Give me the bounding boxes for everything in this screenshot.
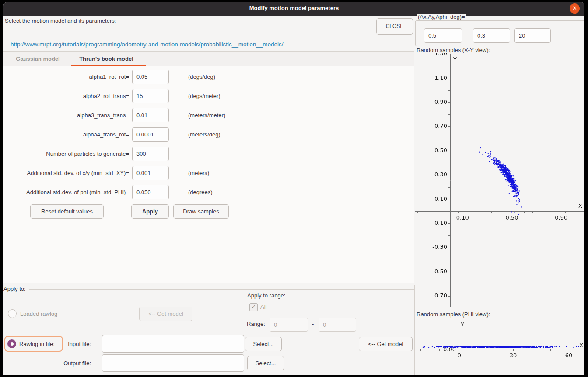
alpha1-input[interactable] xyxy=(132,70,169,84)
instruction-label: Select the motion model and its paramete… xyxy=(5,17,116,24)
chart-separator xyxy=(415,310,584,310)
phi-scatter-canvas xyxy=(415,318,584,375)
all-checkbox-label: All xyxy=(260,304,266,310)
alpha2-unit: (degs/meter) xyxy=(188,89,220,103)
radio-dot xyxy=(10,342,14,346)
alpha3-label: alpha3_trans_trans= xyxy=(4,108,129,122)
xy-view-title: Random samples (X-Y view): xyxy=(416,47,490,53)
get-model-loaded-button[interactable]: <-- Get model xyxy=(139,307,192,321)
select-input-file-button[interactable]: Select... xyxy=(245,337,282,351)
get-model-file-button[interactable]: <-- Get model xyxy=(359,337,413,351)
ax-input[interactable] xyxy=(424,28,462,43)
alpha2-input[interactable] xyxy=(132,89,169,103)
range-dash: - xyxy=(312,321,314,327)
increments-legend: (Ax,Ay,Aphi_deg)= xyxy=(416,14,466,20)
loaded-rawlog-radio[interactable] xyxy=(8,309,17,318)
dialog-window: Modify motion model parameters ✕ Select … xyxy=(4,2,584,375)
link-row: http://www.mrpt.org/tutorials/programmin… xyxy=(10,40,284,48)
input-file-label: Input file: xyxy=(30,341,91,347)
range-to-input[interactable] xyxy=(318,318,356,332)
rawlog-in-file-radio[interactable] xyxy=(7,339,16,348)
tab-thruns-book-model[interactable]: Thrun's book model xyxy=(67,52,145,66)
check-icon: ✓ xyxy=(251,304,256,310)
alpha1-unit: (degs/deg) xyxy=(188,70,215,84)
input-file-field[interactable] xyxy=(102,335,244,353)
apply-to-range-legend: Apply to range: xyxy=(246,292,287,299)
min-std-xy-label: Additional std. dev. of x/y (min_std_XY)… xyxy=(4,166,129,180)
num-particles-label: Number of particles to generate= xyxy=(4,147,129,161)
all-checkbox[interactable]: ✓ xyxy=(249,303,258,311)
alpha3-input[interactable] xyxy=(132,108,169,122)
tab-gaussian-model[interactable]: Gaussian model xyxy=(9,52,67,66)
window-close-icon[interactable]: ✕ xyxy=(570,3,580,14)
close-button[interactable]: CLOSE xyxy=(376,18,413,35)
apply-to-frame-line xyxy=(29,289,414,290)
tutorial-link[interactable]: http://www.mrpt.org/tutorials/programmin… xyxy=(10,41,284,48)
select-output-file-button[interactable]: Select... xyxy=(247,356,284,370)
num-particles-input[interactable] xyxy=(132,147,169,161)
tabbar: Gaussian model Thrun's book model xyxy=(4,51,414,66)
output-file-label: Output file: xyxy=(30,360,91,367)
window-title: Modify motion model parameters xyxy=(4,5,584,11)
apply-button[interactable]: Apply xyxy=(131,204,169,219)
xy-scatter-canvas xyxy=(415,53,584,309)
min-std-phi-label: Additional std.dev. of phi (min_std_PHI)… xyxy=(4,185,129,199)
reset-default-values-button[interactable]: Reset default values xyxy=(30,204,104,219)
alpha4-label: alpha4_trans_rot= xyxy=(4,127,129,142)
draw-samples-button[interactable]: Draw samples xyxy=(173,204,229,219)
titlebar: Modify motion model parameters ✕ xyxy=(4,2,584,16)
apply-to-legend: Apply to: xyxy=(4,286,26,292)
increments-group: (Ax,Ay,Aphi_deg)= xyxy=(415,20,584,46)
output-file-field[interactable] xyxy=(102,354,244,372)
apply-to-range-group: Apply to range: ✓ All Range: - xyxy=(244,296,357,333)
alpha4-unit: (meters/deg) xyxy=(188,127,220,142)
range-label: Range: xyxy=(247,321,265,327)
alpha2-label: alpha2_rot_trans= xyxy=(4,89,129,103)
min-std-xy-unit: (meters) xyxy=(188,166,209,180)
ay-input[interactable] xyxy=(473,28,510,43)
alpha3-unit: (meters/meter) xyxy=(188,108,225,122)
range-from-input[interactable] xyxy=(270,318,308,332)
alpha1-label: alpha1_rot_rot= xyxy=(4,70,129,84)
alpha4-input[interactable] xyxy=(132,127,169,142)
loaded-rawlog-label: Loaded rawlog xyxy=(20,311,57,317)
aphi-input[interactable] xyxy=(514,28,551,43)
min-std-xy-input[interactable] xyxy=(132,166,169,180)
phi-view-title: Random samples (PHI view): xyxy=(416,311,490,318)
min-std-phi-input[interactable] xyxy=(132,185,169,199)
min-std-phi-unit: (degrees) xyxy=(188,185,213,199)
